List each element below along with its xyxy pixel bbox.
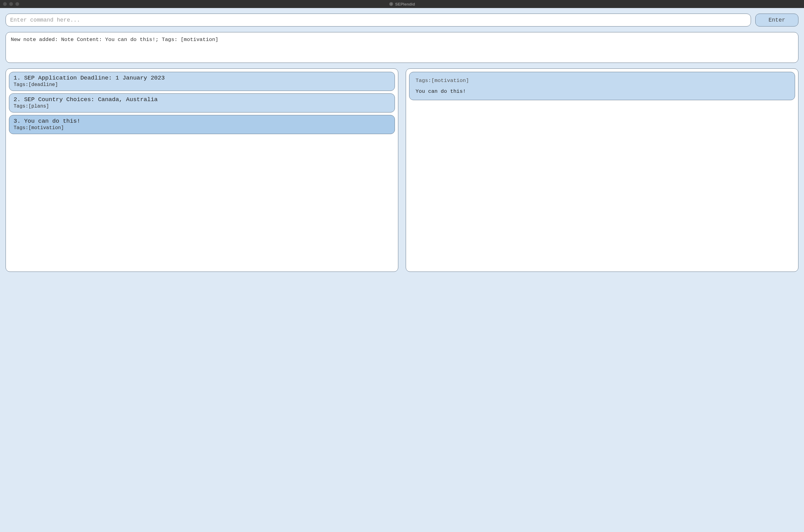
note-card[interactable]: 2. SEP Country Choices: Canada, Australi… <box>9 93 395 113</box>
app-body: Enter New note added: Note Content: You … <box>0 8 804 278</box>
note-detail-card: Tags:[motivation] You can do this! <box>409 72 795 100</box>
note-title: 2. SEP Country Choices: Canada, Australi… <box>14 96 390 103</box>
minimize-icon[interactable] <box>9 2 13 6</box>
note-title: 3. You can do this! <box>14 118 390 125</box>
command-input[interactable] <box>5 14 751 26</box>
window-controls <box>3 2 19 6</box>
main-row: 1. SEP Application Deadline: 1 January 2… <box>5 69 799 272</box>
command-row: Enter <box>5 14 799 26</box>
note-tags: Tags:[deadline] <box>14 82 390 88</box>
feedback-box: New note added: Note Content: You can do… <box>5 32 799 63</box>
enter-button[interactable]: Enter <box>755 14 799 26</box>
note-tags: Tags:[motivation] <box>14 125 390 131</box>
note-title: 1. SEP Application Deadline: 1 January 2… <box>14 75 390 81</box>
note-detail-tags: Tags:[motivation] <box>416 78 789 83</box>
note-detail-panel: Tags:[motivation] You can do this! <box>406 69 799 272</box>
window-title: SEPlendid <box>395 2 415 6</box>
window-title-area: SEPlendid <box>389 2 415 6</box>
close-icon[interactable] <box>3 2 7 6</box>
notes-list-panel: 1. SEP Application Deadline: 1 January 2… <box>5 69 398 272</box>
window-titlebar: SEPlendid <box>0 0 804 8</box>
note-card[interactable]: 3. You can do this!Tags:[motivation] <box>9 115 395 134</box>
note-tags: Tags:[plans] <box>14 103 390 109</box>
maximize-icon[interactable] <box>15 2 19 6</box>
feedback-text: New note added: Note Content: You can do… <box>11 37 218 42</box>
note-card[interactable]: 1. SEP Application Deadline: 1 January 2… <box>9 72 395 91</box>
note-detail-content: You can do this! <box>416 89 789 94</box>
app-icon <box>389 2 394 6</box>
